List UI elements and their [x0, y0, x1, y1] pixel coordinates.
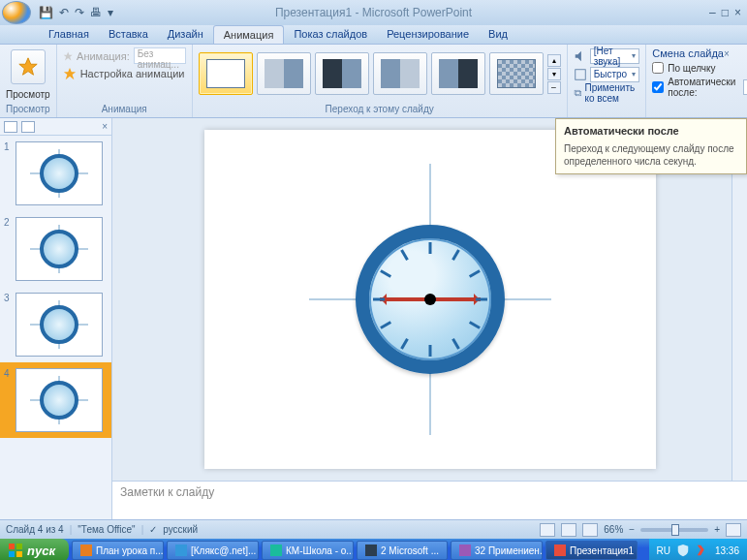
slide-thumb-row[interactable]: 1 — [0, 136, 111, 211]
preview-button-label: Просмотр — [6, 89, 50, 100]
ribbon-group-animation: Анимация: Без анимац... Настройка анимац… — [57, 45, 193, 117]
auto-after-checkbox[interactable] — [652, 81, 664, 93]
auto-time-input[interactable] — [743, 79, 747, 95]
group-label-options — [574, 104, 640, 116]
slides-tab-icon[interactable] — [4, 121, 17, 133]
ribbon-group-transition: ▴ ▾ ⎼ Переход к этому слайду — [193, 45, 568, 117]
taskbar-item[interactable]: Презентация1 — [545, 541, 638, 560]
svg-rect-9 — [16, 551, 22, 557]
slide-thumb-row[interactable]: 3 — [0, 287, 111, 362]
outline-tab-icon[interactable] — [21, 121, 35, 133]
taskbar-item[interactable]: 2 Microsoft ... — [357, 541, 448, 560]
tab-review[interactable]: Рецензирование — [377, 25, 479, 44]
status-bar: Слайд 4 из 4 | "Тема Office" | ✓ русский… — [0, 519, 747, 539]
fit-view-button[interactable] — [726, 523, 741, 537]
svg-marker-0 — [19, 58, 37, 75]
start-button[interactable]: пуск — [0, 539, 69, 560]
transition-fadeblack[interactable] — [315, 52, 369, 95]
speed-select[interactable]: Быстро — [590, 67, 640, 82]
animation-label: Анимация: — [77, 50, 130, 62]
minimize-button[interactable]: – — [709, 6, 716, 19]
group-label-advance — [652, 104, 747, 116]
svg-marker-1 — [63, 51, 72, 60]
preview-button[interactable] — [11, 49, 46, 84]
slide-number: 2 — [4, 217, 12, 281]
zoom-level: 66% — [604, 524, 623, 535]
gallery-down-icon[interactable]: ▾ — [547, 68, 561, 80]
panel-close-icon[interactable]: × — [102, 121, 108, 132]
taskbar-item[interactable]: КМ-Школа - о... — [262, 541, 354, 560]
apply-all-button[interactable]: Применить ко всем — [585, 82, 640, 104]
window-title: Презентация1 - Microsoft PowerPoint — [275, 6, 472, 19]
on-click-label: По щелчку — [668, 63, 715, 74]
zoom-in-icon[interactable]: + — [714, 524, 720, 535]
status-theme: "Тема Office" — [78, 524, 135, 535]
status-slide: Слайд 4 из 4 — [6, 524, 64, 535]
notes-pane[interactable]: Заметки к слайду — [112, 481, 747, 519]
transition-cut[interactable] — [373, 52, 427, 95]
print-icon[interactable]: 🖶 — [90, 6, 102, 19]
spellcheck-icon[interactable]: ✓ — [149, 524, 157, 535]
quick-access-toolbar: 💾 ↶ ↷ 🖶 ▾ — [39, 6, 113, 19]
office-button[interactable] — [2, 1, 31, 24]
transition-dissolve[interactable] — [489, 52, 544, 95]
ribbon-minimize-icon[interactable]: × — [724, 48, 730, 59]
tooltip: Автоматически после Переход к следующему… — [555, 118, 747, 174]
tray-kaspersky-icon[interactable] — [696, 544, 709, 557]
slide-thumb-row[interactable]: 4 — [0, 362, 111, 438]
transition-cutblack[interactable] — [431, 52, 485, 95]
gallery-more-icon[interactable]: ⎼ — [547, 81, 561, 94]
slide-thumbnail[interactable] — [16, 368, 103, 432]
taskbar-item[interactable]: [Клякс@.net]... — [167, 541, 259, 560]
slide-thumb-row[interactable]: 2 — [0, 211, 111, 287]
ribbon-tabs: Главная Вставка Дизайн Анимация Показ сл… — [0, 25, 747, 45]
tab-design[interactable]: Дизайн — [158, 25, 213, 44]
taskbar-item[interactable]: 32 Примениен... — [451, 541, 543, 560]
clock-shape[interactable] — [356, 225, 505, 374]
title-bar: 💾 ↶ ↷ 🖶 ▾ Презентация1 - Microsoft Power… — [0, 0, 747, 25]
tray-language[interactable]: RU — [657, 545, 670, 556]
normal-view-button[interactable] — [540, 523, 555, 537]
tray-clock[interactable]: 13:36 — [715, 545, 739, 556]
redo-icon[interactable]: ↷ — [75, 6, 84, 19]
svg-rect-3 — [575, 69, 585, 79]
sound-select[interactable]: [Нет звука] — [590, 48, 640, 64]
zoom-slider[interactable] — [640, 528, 708, 532]
close-button[interactable]: × — [734, 6, 741, 19]
transition-none[interactable] — [199, 52, 253, 95]
svg-rect-6 — [9, 544, 15, 549]
zoom-out-icon[interactable]: − — [629, 524, 635, 535]
tab-insert[interactable]: Вставка — [99, 25, 158, 44]
status-language[interactable]: русский — [163, 524, 198, 535]
tab-slideshow[interactable]: Показ слайдов — [284, 25, 377, 44]
qat-more-icon[interactable]: ▾ — [108, 6, 113, 19]
windows-logo-icon — [8, 543, 23, 558]
slide-thumbnail[interactable] — [16, 293, 103, 357]
custom-anim-icon — [63, 67, 77, 80]
speed-icon — [574, 68, 587, 81]
svg-marker-2 — [64, 68, 76, 79]
transition-fade[interactable] — [257, 52, 311, 95]
animation-select[interactable]: Без анимац... — [134, 47, 186, 64]
gallery-up-icon[interactable]: ▴ — [547, 54, 561, 67]
tab-home[interactable]: Главная — [39, 25, 99, 44]
tab-animation[interactable]: Анимация — [213, 25, 285, 44]
tab-view[interactable]: Вид — [479, 25, 517, 44]
tray-shield-icon[interactable] — [676, 544, 690, 557]
editor-area: Автоматически после Переход к следующему… — [112, 118, 747, 519]
slideshow-view-button[interactable] — [582, 523, 598, 537]
save-icon[interactable]: 💾 — [39, 6, 53, 19]
taskbar-item[interactable]: План урока п... — [72, 541, 164, 560]
tooltip-title: Автоматически после — [564, 125, 738, 137]
slide-thumbnail[interactable] — [16, 141, 103, 205]
custom-animation-button[interactable]: Настройка анимации — [80, 68, 185, 79]
slide-number: 1 — [4, 141, 12, 205]
slide-canvas[interactable] — [204, 130, 656, 469]
on-click-checkbox[interactable] — [652, 62, 664, 74]
group-label-transition: Переход к этому слайду — [199, 104, 561, 116]
slide-thumbnail[interactable] — [16, 217, 103, 281]
workspace: × 1234 Автоматически п — [0, 118, 747, 519]
sorter-view-button[interactable] — [561, 523, 576, 537]
restore-button[interactable]: □ — [722, 6, 729, 19]
undo-icon[interactable]: ↶ — [59, 6, 69, 19]
